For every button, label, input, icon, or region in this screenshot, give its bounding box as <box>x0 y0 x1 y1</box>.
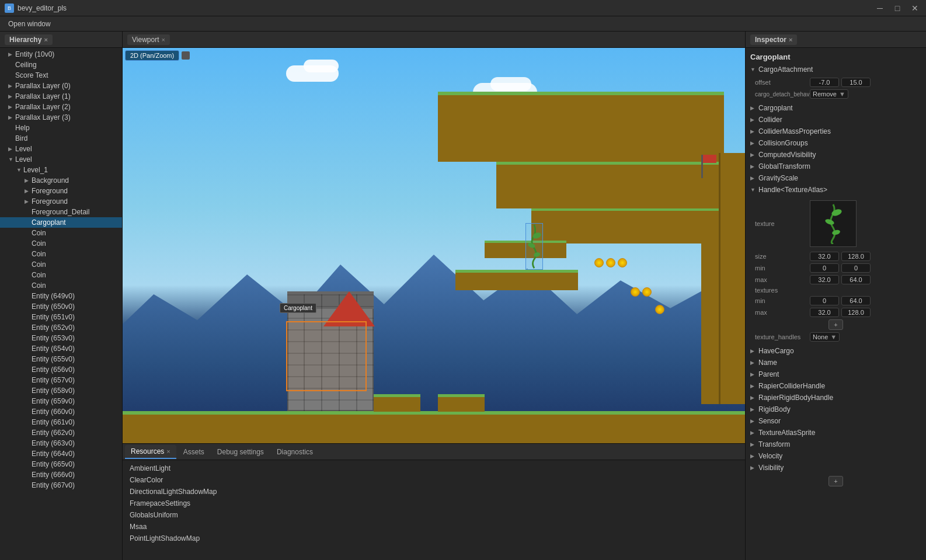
sensor-header[interactable]: Sensor <box>746 415 926 427</box>
tree-item-14[interactable]: Foreground <box>0 196 122 207</box>
tree-item-33[interactable]: Entity (659v0) <box>0 396 122 406</box>
tree-item-27[interactable]: Entity (653v0) <box>0 333 122 343</box>
close-button[interactable]: ✕ <box>908 2 921 15</box>
add-component-button[interactable]: + <box>828 476 843 486</box>
parent-header[interactable]: Parent <box>746 368 926 380</box>
size-max-y[interactable]: 64.0 <box>841 275 871 284</box>
tree-item-10[interactable]: Level <box>0 154 122 165</box>
tab-diagnostics[interactable]: Diagnostics <box>271 446 319 458</box>
rigid-body-header[interactable]: RigidBody <box>746 404 926 415</box>
texture-handles-select[interactable]: None ▼ <box>810 332 840 342</box>
tree-item-41[interactable]: Entity (667v0) <box>0 480 122 491</box>
tex-min-x[interactable]: 0 <box>810 296 839 305</box>
collision-groups-header[interactable]: CollisionGroups <box>746 137 926 149</box>
size-min-x[interactable]: 0 <box>810 263 839 273</box>
minimize-button[interactable]: ─ <box>873 2 886 15</box>
tree-item-0[interactable]: Entity (10v0) <box>0 49 122 60</box>
tree-item-11[interactable]: Level_1 <box>0 165 122 175</box>
tree-item-19[interactable]: Coin <box>0 249 122 259</box>
viewport-tab[interactable]: Viewport × <box>127 34 170 45</box>
tree-item-31[interactable]: Entity (657v0) <box>0 375 122 385</box>
tree-item-21[interactable]: Coin <box>0 270 122 280</box>
tab-resources[interactable]: Resources × <box>125 445 176 459</box>
resource-item-2[interactable]: DirectionalLightShadowMap <box>127 486 740 498</box>
tex-max-y[interactable]: 128.0 <box>841 308 871 317</box>
detach-select[interactable]: Remove ▼ <box>810 89 848 99</box>
tree-item-6[interactable]: Parallax Layer (3) <box>0 112 122 123</box>
viewport-close[interactable]: × <box>161 36 165 43</box>
size-h[interactable]: 128.0 <box>841 252 871 261</box>
tree-item-26[interactable]: Entity (652v0) <box>0 322 122 333</box>
tree-item-22[interactable]: Coin <box>0 280 122 291</box>
resources-close[interactable]: × <box>166 448 170 455</box>
tab-assets[interactable]: Assets <box>177 446 210 458</box>
inspector-close[interactable]: × <box>789 36 792 43</box>
tree-item-36[interactable]: Entity (662v0) <box>0 427 122 438</box>
tree-item-7[interactable]: Help <box>0 123 122 133</box>
resource-item-5[interactable]: Msaa <box>127 521 740 533</box>
tree-item-12[interactable]: Background <box>0 175 122 186</box>
cargoplant-header[interactable]: Cargoplant <box>746 102 926 114</box>
tree-item-25[interactable]: Entity (651v0) <box>0 312 122 322</box>
tree-item-17[interactable]: Coin <box>0 228 122 238</box>
resource-item-3[interactable]: FramepaceSettings <box>127 498 740 509</box>
viewport-canvas[interactable]: 2D (Pan/Zoom) <box>123 48 745 443</box>
texture-atlas-header[interactable]: Handle<TextureAtlas> <box>746 184 926 196</box>
rapier-collider-header[interactable]: RapierColliderHandle <box>746 380 926 392</box>
tree-item-24[interactable]: Entity (650v0) <box>0 301 122 312</box>
resource-item-0[interactable]: AmbientLight <box>127 462 740 474</box>
inspector-tab[interactable]: Inspector × <box>750 34 797 45</box>
collider-header[interactable]: Collider <box>746 114 926 126</box>
tree-item-32[interactable]: Entity (658v0) <box>0 385 122 396</box>
tree-item-23[interactable]: Entity (649v0) <box>0 291 122 301</box>
add-texture-button[interactable]: + <box>828 319 843 330</box>
resource-item-1[interactable]: ClearColor <box>127 474 740 486</box>
maximize-button[interactable]: □ <box>891 2 904 15</box>
tree-item-34[interactable]: Entity (660v0) <box>0 406 122 417</box>
tree-item-13[interactable]: Foreground <box>0 186 122 196</box>
hierarchy-tab[interactable]: Hierarchy × <box>5 34 53 45</box>
tree-item-29[interactable]: Entity (655v0) <box>0 354 122 364</box>
menu-open-window[interactable]: Open window <box>2 18 57 30</box>
tree-item-5[interactable]: Parallax Layer (2) <box>0 102 122 112</box>
tree-item-39[interactable]: Entity (665v0) <box>0 459 122 469</box>
tree-item-40[interactable]: Entity (666v0) <box>0 469 122 480</box>
pan-zoom-button[interactable]: 2D (Pan/Zoom) <box>125 50 179 61</box>
tex-min-y[interactable]: 64.0 <box>841 296 871 305</box>
tree-item-30[interactable]: Entity (656v0) <box>0 364 122 375</box>
tree-item-8[interactable]: Bird <box>0 133 122 144</box>
rapier-rigid-body-header[interactable]: RapierRigidBodyHandle <box>746 392 926 404</box>
tree-item-3[interactable]: Parallax Layer (0) <box>0 81 122 91</box>
cargo-attachment-header[interactable]: CargoAttachment <box>746 64 926 75</box>
tex-max-x[interactable]: 32.0 <box>810 308 839 317</box>
computed-vis-header[interactable]: ComputedVisibility <box>746 149 926 161</box>
transform-header[interactable]: Transform <box>746 439 926 450</box>
tree-item-1[interactable]: Ceiling <box>0 60 122 70</box>
texture-atlas-sprite-header[interactable]: TextureAtlasSprite <box>746 427 926 439</box>
tree-item-4[interactable]: Parallax Layer (1) <box>0 91 122 102</box>
hierarchy-close[interactable]: × <box>44 36 47 43</box>
size-min-y[interactable]: 0 <box>841 263 871 273</box>
tree-item-20[interactable]: Coin <box>0 259 122 270</box>
have-cargo-header[interactable]: HaveCargo <box>746 345 926 357</box>
tree-item-15[interactable]: Foreground_Detail <box>0 207 122 217</box>
tree-item-38[interactable]: Entity (664v0) <box>0 448 122 459</box>
tab-debug-settings[interactable]: Debug settings <box>211 446 270 458</box>
tree-item-16[interactable]: Cargoplant <box>0 217 122 228</box>
gravity-scale-header[interactable]: GravityScale <box>746 172 926 184</box>
resource-item-6[interactable]: PointLightShadowMap <box>127 533 740 544</box>
tree-item-35[interactable]: Entity (661v0) <box>0 417 122 427</box>
visibility-header[interactable]: Visibility <box>746 462 926 474</box>
size-max-x[interactable]: 32.0 <box>810 275 839 284</box>
resource-item-4[interactable]: GlobalsUniform <box>127 509 740 521</box>
global-transform-header[interactable]: GlobalTransform <box>746 161 926 172</box>
tree-item-9[interactable]: Level <box>0 144 122 154</box>
tree-item-18[interactable]: Coin <box>0 238 122 249</box>
velocity-header[interactable]: Velocity <box>746 450 926 462</box>
offset-x[interactable]: -7.0 <box>810 78 839 87</box>
tree-item-28[interactable]: Entity (654v0) <box>0 343 122 354</box>
tree-item-37[interactable]: Entity (663v0) <box>0 438 122 448</box>
tree-item-2[interactable]: Score Text <box>0 70 122 81</box>
name-header[interactable]: Name <box>746 357 926 368</box>
size-w[interactable]: 32.0 <box>810 252 839 261</box>
